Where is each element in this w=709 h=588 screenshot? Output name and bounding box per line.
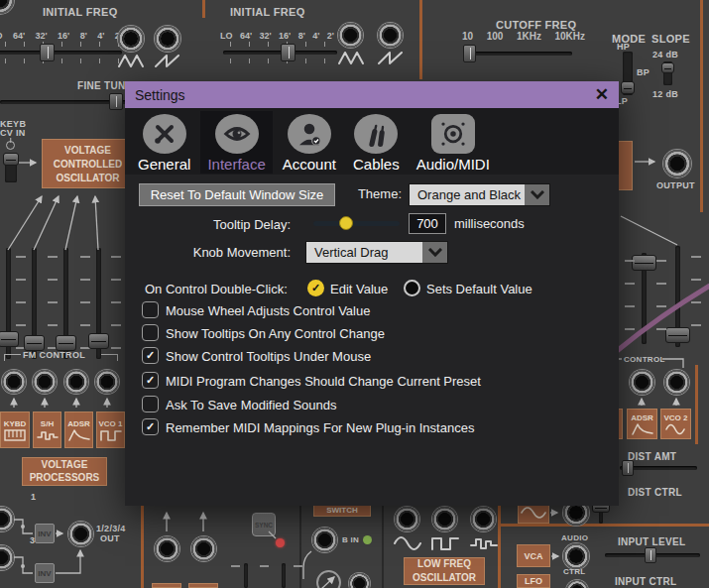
tab-interface[interactable]: Interface	[200, 111, 272, 174]
osc-slider-handle[interactable]	[24, 335, 45, 351]
osc-slider-handle[interactable]	[0, 331, 19, 347]
slope-switch-handle[interactable]	[661, 62, 674, 73]
tab-label-audio-midi: Audio/MIDI	[416, 156, 490, 173]
checkbox-remember-midi-mappings[interactable]: ✓	[142, 418, 159, 435]
reset-window-size-button[interactable]: Reset To Default Window Size	[139, 183, 335, 206]
scale-label: 10KHz	[554, 31, 585, 42]
control-jack-vco2[interactable]	[663, 369, 690, 396]
checkbox-mouse-wheel[interactable]	[142, 301, 159, 318]
checkbox-label: MIDI Program Changes Should Change Curre…	[166, 374, 481, 389]
sync-button[interactable]: SYNC	[252, 513, 276, 536]
fm-bracket-left	[4, 354, 21, 361]
fine-tune-handle[interactable]	[109, 93, 123, 110]
bottom-jack[interactable]	[348, 572, 371, 588]
double-click-label: On Control Double-Click:	[145, 282, 288, 296]
tab-account[interactable]: Account	[276, 111, 343, 174]
tooltip-delay-input[interactable]: 700	[409, 213, 446, 234]
power-icon[interactable]	[6, 141, 15, 150]
tab-general[interactable]: General	[131, 111, 197, 174]
tab-cables[interactable]: Cables	[346, 111, 407, 174]
cutoff-slider[interactable]	[463, 52, 572, 56]
input-3-label: 3	[30, 535, 35, 545]
proc-in-3-jack[interactable]	[0, 544, 15, 571]
switch-label: SWITCH	[326, 506, 358, 515]
output-jack[interactable]	[662, 149, 692, 178]
b-in-label: B IN	[342, 535, 359, 544]
bottom-jack[interactable]	[154, 535, 180, 562]
bottom-jack[interactable]	[190, 535, 217, 562]
envelope-icon	[68, 429, 90, 441]
mini-slider[interactable]	[244, 563, 248, 588]
osc-slider-handle[interactable]	[88, 333, 109, 349]
triangle-out-jack-1[interactable]	[117, 25, 145, 53]
corner-jack[interactable]	[0, 0, 15, 15]
hidden-badge-sliver	[188, 583, 218, 588]
mini-slider[interactable]	[282, 563, 286, 588]
knob-movement-label: Knob Movement:	[180, 245, 291, 260]
right-slider-a-handle[interactable]	[632, 255, 656, 271]
osc-slider-handle[interactable]	[56, 335, 76, 351]
cutoff-slider-handle[interactable]	[463, 45, 476, 62]
scale-label: 16'	[279, 31, 291, 41]
fm-jack-adsr[interactable]	[63, 369, 89, 395]
checkbox-tooltips-under-mouse[interactable]: ✓	[142, 347, 159, 364]
sync-label: SYNC	[255, 522, 273, 529]
scale-label: 16'	[58, 31, 69, 41]
lfo-sine-jack[interactable]	[394, 506, 420, 532]
close-icon[interactable]: ✕	[595, 84, 609, 105]
lfo-sh-jack[interactable]	[470, 506, 497, 532]
vco1-badge: VCO 1	[96, 412, 125, 448]
chevron-down-icon[interactable]	[422, 242, 447, 263]
input-level-handle[interactable]	[645, 547, 656, 563]
chevron-down-icon[interactable]	[525, 184, 549, 205]
saw-out-jack-2[interactable]	[377, 22, 404, 49]
fm-jack-kybd[interactable]	[1, 369, 27, 395]
proc-in-1-jack[interactable]	[0, 506, 15, 532]
tick-row	[5, 59, 123, 63]
lfo-square-jack[interactable]	[431, 506, 458, 532]
sine-wave-icon	[394, 535, 421, 551]
fm-jack-sh[interactable]	[32, 369, 58, 395]
dialog-titlebar[interactable]: Settings ✕	[125, 81, 619, 108]
theme-dropdown[interactable]: Orange and Black	[409, 183, 550, 206]
freq-slider-1-handle[interactable]	[40, 44, 55, 61]
rotary-switch[interactable]	[316, 570, 341, 588]
control-jack-adsr[interactable]	[629, 369, 655, 396]
checkbox-tooltips-any-change[interactable]	[142, 324, 159, 341]
keyb-switch-handle[interactable]	[3, 153, 19, 166]
tab-audio-midi[interactable]: Audio/MIDI	[410, 111, 497, 174]
lfo-ctrl-jack[interactable]	[565, 579, 589, 588]
dist-amt-handle[interactable]	[622, 460, 634, 476]
b-in-jack[interactable]	[311, 527, 338, 553]
fm-jack-vco1[interactable]	[94, 369, 120, 395]
scale-label: 10	[462, 31, 473, 42]
radio-sets-default[interactable]	[404, 280, 420, 296]
freq-slider-1[interactable]	[0, 51, 122, 55]
scale-label: 8'	[298, 31, 305, 41]
radio-edit-value[interactable]: ✓	[307, 280, 324, 296]
freq-scale-2: LO 64' 32' 16' 8' 4' 2'	[220, 31, 334, 41]
vca-audio-jack[interactable]	[562, 542, 590, 570]
inv-box-1[interactable]: INV	[35, 524, 55, 543]
triangle-out-jack-2[interactable]	[337, 22, 364, 49]
mode-switch-handle[interactable]	[621, 81, 635, 94]
inv-box-2[interactable]: INV	[35, 563, 55, 583]
slope-12-label: 12 dB	[652, 89, 678, 99]
radio-sets-default-label: Sets Default Value	[426, 282, 532, 296]
checkbox-label: Mouse Wheel Adjusts Control Value	[166, 303, 370, 318]
tooltip-delay-thumb[interactable]	[339, 216, 353, 230]
checkbox-midi-program-changes[interactable]: ✓	[142, 372, 159, 389]
checkbox-ask-save-sounds[interactable]	[142, 396, 159, 412]
knob-movement-dropdown[interactable]: Vertical Drag	[305, 241, 448, 264]
tooltip-delay-label: Tooltip Delay:	[180, 217, 291, 232]
tick-col	[691, 256, 701, 345]
eye-icon	[215, 114, 259, 154]
panel-divider	[419, 0, 422, 79]
saw-out-jack-1[interactable]	[154, 25, 181, 53]
scale-label: 4'	[312, 31, 319, 41]
proc-out-jack[interactable]	[67, 521, 94, 547]
tooltip-delay-slider[interactable]	[313, 221, 400, 226]
freq-slider-2-handle[interactable]	[281, 44, 295, 61]
fine-tune-slider[interactable]	[0, 100, 127, 104]
right-slider-b-handle[interactable]	[665, 327, 690, 343]
